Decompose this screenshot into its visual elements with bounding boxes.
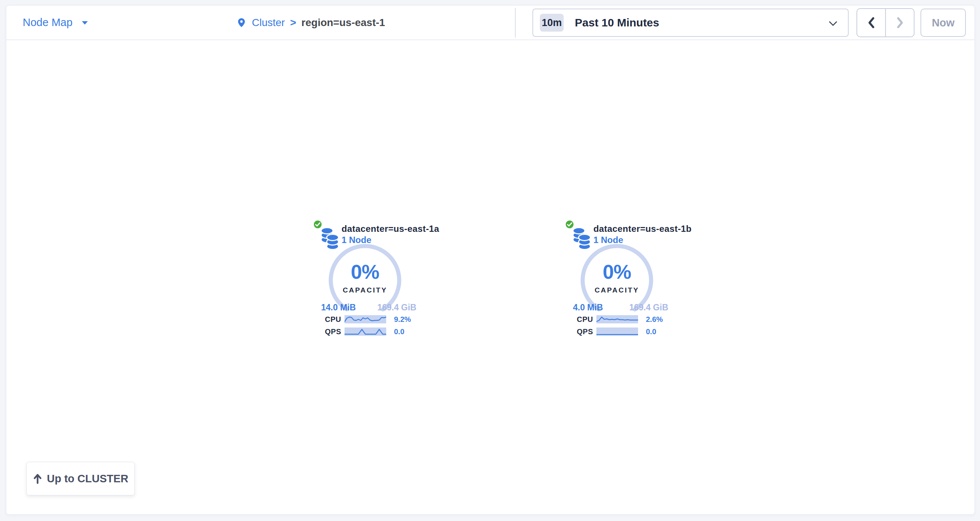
chevron-left-icon bbox=[867, 17, 876, 29]
qps-sparkline bbox=[345, 328, 386, 336]
arrow-up-icon bbox=[33, 473, 42, 484]
cpu-sparkline bbox=[597, 315, 638, 323]
datacenter-card-us-east-1a[interactable]: datacenter=us-east-1a 1 Node 0% CAPACITY… bbox=[313, 216, 421, 346]
chevron-down-icon bbox=[829, 21, 837, 26]
capacity-values-row: 14.0 MiB 169.4 GiB bbox=[321, 303, 416, 312]
datacenter-title: datacenter=us-east-1b bbox=[593, 224, 692, 234]
up-to-cluster-label: Up to CLUSTER bbox=[47, 473, 128, 485]
time-next-button[interactable] bbox=[885, 9, 914, 37]
view-selector-label: Node Map bbox=[23, 16, 73, 29]
cpu-value: 9.2% bbox=[394, 315, 411, 324]
qps-sparkline bbox=[597, 328, 638, 336]
capacity-caption: CAPACITY bbox=[580, 286, 654, 294]
view-selector-dropdown[interactable]: Node Map bbox=[23, 6, 88, 40]
datacenter-card-us-east-1b[interactable]: datacenter=us-east-1b 1 Node 0% CAPACITY… bbox=[565, 216, 673, 346]
qps-metric-row: QPS 0.0 bbox=[313, 328, 421, 336]
qps-value: 0.0 bbox=[394, 328, 404, 336]
cpu-metric-row: CPU 9.2% bbox=[313, 315, 421, 323]
up-to-cluster-button[interactable]: Up to CLUSTER bbox=[26, 462, 135, 496]
topbar-divider bbox=[515, 8, 515, 38]
time-range-label: Past 10 Minutes bbox=[575, 16, 659, 29]
cpu-value: 2.6% bbox=[646, 315, 663, 324]
capacity-used: 4.0 MiB bbox=[573, 303, 603, 312]
capacity-percent: 0% bbox=[328, 260, 402, 283]
capacity-total: 169.4 GiB bbox=[629, 303, 668, 312]
caret-down-icon bbox=[81, 21, 88, 25]
cpu-label: CPU bbox=[313, 315, 345, 324]
qps-label: QPS bbox=[565, 328, 597, 336]
cpu-metric-row: CPU 2.6% bbox=[565, 315, 673, 323]
app-window: Node Map Cluster > region=us-east-1 10m … bbox=[6, 5, 975, 515]
cpu-sparkline bbox=[345, 315, 386, 323]
qps-metric-row: QPS 0.0 bbox=[565, 328, 673, 336]
capacity-used: 14.0 MiB bbox=[321, 303, 356, 312]
qps-label: QPS bbox=[313, 328, 345, 336]
capacity-caption: CAPACITY bbox=[328, 286, 402, 294]
chevron-right-icon bbox=[896, 17, 904, 29]
time-range-badge: 10m bbox=[540, 14, 564, 32]
top-bar: Node Map Cluster > region=us-east-1 10m … bbox=[6, 6, 974, 40]
capacity-total: 169.4 GiB bbox=[377, 303, 416, 312]
location-pin-icon bbox=[236, 16, 247, 29]
qps-value: 0.0 bbox=[646, 328, 656, 336]
capacity-percent: 0% bbox=[580, 260, 654, 283]
breadcrumb: Cluster > region=us-east-1 bbox=[236, 6, 385, 40]
datacenter-title: datacenter=us-east-1a bbox=[342, 224, 439, 234]
now-button[interactable]: Now bbox=[921, 8, 966, 37]
breadcrumb-cluster-link[interactable]: Cluster bbox=[252, 17, 285, 29]
time-prev-button[interactable] bbox=[857, 9, 885, 37]
breadcrumb-separator: > bbox=[290, 17, 296, 29]
time-range-dropdown[interactable]: 10m Past 10 Minutes bbox=[532, 8, 849, 37]
breadcrumb-current: region=us-east-1 bbox=[301, 17, 385, 29]
time-nav-arrows bbox=[856, 8, 915, 37]
cpu-label: CPU bbox=[565, 315, 597, 324]
capacity-values-row: 4.0 MiB 169.4 GiB bbox=[573, 303, 668, 312]
